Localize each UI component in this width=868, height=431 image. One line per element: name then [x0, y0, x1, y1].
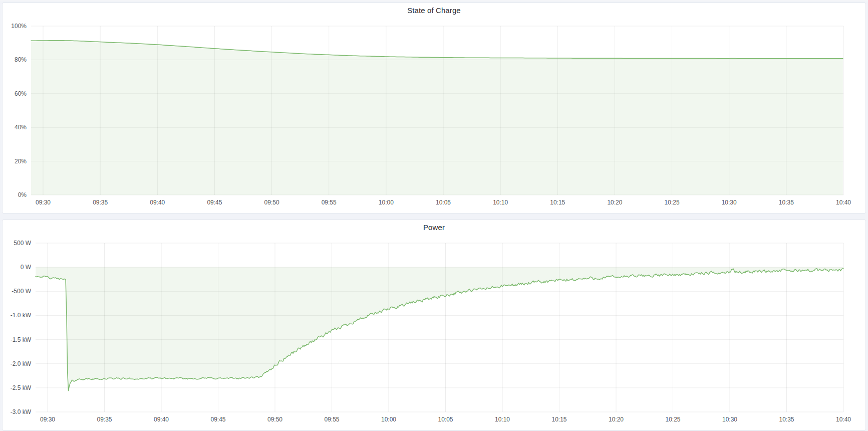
y-tick-label: 80% [15, 56, 27, 63]
panel-title-power[interactable]: Power [3, 223, 865, 232]
panel-state-of-charge: State of Charge 100%80%60%40%20%0%09:300… [2, 3, 866, 213]
y-tick-label: 100% [11, 23, 27, 30]
x-tick-label: 10:35 [779, 416, 794, 423]
y-tick-label: 0 W [21, 264, 32, 271]
x-tick-label: 09:35 [93, 199, 108, 206]
series-area [36, 267, 843, 390]
x-tick-label: 10:05 [436, 199, 451, 206]
y-tick-label: -2.5 kW [11, 384, 32, 391]
x-tick-label: 09:30 [36, 199, 51, 206]
x-tick-label: 10:30 [722, 416, 737, 423]
y-tick-label: 500 W [14, 240, 31, 247]
x-tick-label: 10:00 [379, 199, 394, 206]
area-fill [31, 41, 843, 195]
x-tick-label: 10:20 [607, 199, 622, 206]
y-tick-label: -2.0 kW [11, 360, 32, 367]
x-tick-label: 10:15 [550, 199, 565, 206]
y-tick-label: 60% [15, 90, 27, 97]
x-tick-label: 10:25 [665, 199, 680, 206]
panel-power: Power 500 W0 W-500 W-1.0 kW-1.5 kW-2.0 k… [2, 220, 866, 430]
series-area [31, 41, 843, 195]
dashboard: State of Charge 100%80%60%40%20%0%09:300… [2, 3, 866, 430]
x-tick-label: 10:00 [381, 416, 396, 423]
soc-chart-canvas[interactable]: 100%80%60%40%20%0%09:3009:3509:4009:4509… [3, 3, 865, 213]
x-tick-label: 10:05 [438, 416, 453, 423]
x-tick-label: 09:50 [267, 416, 282, 423]
x-tick-label: 10:20 [609, 416, 624, 423]
x-tick-label: 10:40 [836, 199, 851, 206]
x-tick-label: 09:45 [210, 416, 225, 423]
x-tick-label: 09:55 [324, 416, 339, 423]
y-tick-label: -500 W [12, 288, 31, 295]
x-tick-label: 09:40 [150, 199, 165, 206]
x-tick-label: 10:25 [665, 416, 680, 423]
x-tick-label: 10:10 [495, 416, 510, 423]
soc-chart[interactable]: 100%80%60%40%20%0%09:3009:3509:4009:4509… [3, 3, 865, 213]
power-chart[interactable]: 500 W0 W-500 W-1.0 kW-1.5 kW-2.0 kW-2.5 … [3, 220, 865, 430]
x-tick-label: 10:10 [493, 199, 508, 206]
y-tick-label: -3.0 kW [11, 408, 32, 415]
y-tick-label: -1.5 kW [11, 336, 32, 343]
x-tick-label: 09:50 [264, 199, 279, 206]
y-tick-label: 0% [18, 191, 27, 198]
power-chart-canvas[interactable]: 500 W0 W-500 W-1.0 kW-1.5 kW-2.0 kW-2.5 … [3, 220, 865, 430]
y-tick-label: -1.0 kW [11, 312, 32, 319]
x-tick-label: 10:35 [779, 199, 794, 206]
x-tick-label: 09:55 [322, 199, 337, 206]
panel-title-state-of-charge[interactable]: State of Charge [3, 6, 865, 15]
x-tick-label: 09:30 [40, 416, 55, 423]
y-tick-label: 20% [15, 158, 27, 165]
x-tick-label: 09:40 [154, 416, 169, 423]
x-tick-label: 10:30 [722, 199, 737, 206]
x-tick-label: 09:45 [207, 199, 222, 206]
x-tick-label: 09:35 [97, 416, 112, 423]
x-tick-label: 10:40 [836, 416, 851, 423]
y-tick-label: 40% [15, 124, 27, 131]
x-tick-label: 10:15 [551, 416, 566, 423]
cut-off-panel-above [0, 0, 868, 1]
area-fill [36, 267, 843, 390]
